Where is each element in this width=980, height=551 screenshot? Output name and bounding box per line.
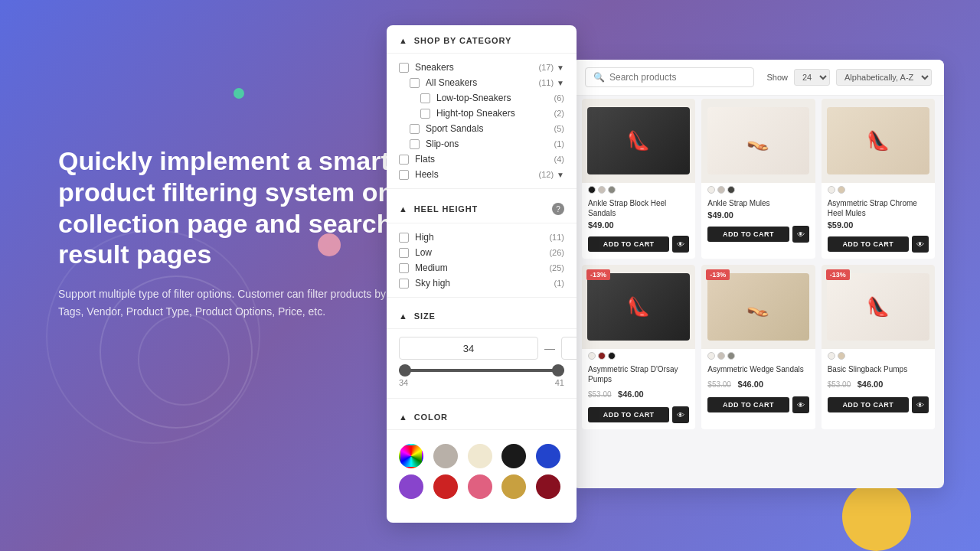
add-to-cart-button[interactable]: ADD TO CART — [588, 236, 669, 252]
color-dot[interactable] — [828, 352, 835, 360]
list-item[interactable]: Flats (4) — [387, 152, 577, 167]
color-swatch-purple[interactable] — [399, 474, 423, 499]
heel-height-section-header[interactable]: ▲ HEEL HEIGHT ? — [387, 192, 577, 223]
quick-view-button[interactable]: 👁 — [912, 396, 929, 413]
size-max-input[interactable] — [561, 337, 577, 360]
list-item[interactable]: Slip-ons (1) — [387, 136, 577, 152]
list-item[interactable]: Sport Sandals (5) — [387, 121, 577, 136]
list-item[interactable]: Sneakers (17) ▼ — [387, 60, 577, 75]
range-label-max: 41 — [555, 378, 564, 387]
list-item[interactable]: High (11) — [387, 230, 577, 245]
color-swatch-blue[interactable] — [536, 444, 560, 468]
color-swatch-red[interactable] — [433, 474, 458, 499]
color-swatch-darkred[interactable] — [536, 474, 560, 499]
add-to-cart-button[interactable]: ADD TO CART — [828, 397, 909, 412]
color-dot[interactable] — [838, 352, 845, 360]
color-swatch-pink[interactable] — [468, 474, 492, 499]
list-item[interactable]: Low-top-Sneakers (6) — [387, 90, 577, 106]
color-section — [387, 430, 577, 510]
search-box[interactable]: 🔍 — [585, 67, 754, 87]
color-dot[interactable] — [727, 352, 735, 360]
color-dot[interactable] — [717, 186, 725, 194]
show-select[interactable]: 24 48 — [794, 69, 830, 86]
color-dot[interactable] — [707, 186, 715, 194]
range-thumb-left[interactable] — [399, 364, 411, 377]
range-thumb-right[interactable] — [552, 364, 564, 377]
color-swatch-cream[interactable] — [468, 444, 492, 468]
range-label-min: 34 — [399, 378, 408, 387]
color-dot[interactable] — [608, 186, 616, 194]
cat-label: Heels — [415, 169, 536, 180]
product-image: 👠 — [582, 99, 695, 183]
add-to-cart-button[interactable]: ADD TO CART — [588, 407, 669, 422]
slipons-checkbox[interactable] — [410, 139, 420, 149]
main-heading: Quickly implement a smart product filter… — [58, 145, 410, 270]
color-dot[interactable] — [588, 352, 596, 360]
help-icon[interactable]: ? — [552, 203, 564, 215]
list-item[interactable]: Sky high (1) — [387, 276, 577, 291]
color-section-header[interactable]: ▲ COLOR — [387, 402, 577, 430]
cat-label: High — [415, 232, 546, 243]
cat-label: Hight-top Sneakers — [436, 108, 551, 119]
size-min-input[interactable] — [399, 337, 538, 360]
cat-label: All Sneakers — [426, 77, 536, 88]
color-dot[interactable] — [598, 352, 606, 360]
hightop-checkbox[interactable] — [420, 109, 430, 119]
all-sneakers-checkbox[interactable] — [410, 78, 420, 88]
product-name: Asymmetric Strap Chrome Heel Mules — [828, 198, 929, 218]
size-dash: — — [544, 342, 555, 354]
add-to-cart-button[interactable]: ADD TO CART — [828, 236, 909, 252]
chevron-down-icon[interactable]: ▼ — [557, 64, 564, 72]
list-item[interactable]: All Sneakers (11) ▼ — [387, 75, 577, 90]
skyhigh-checkbox[interactable] — [399, 279, 409, 289]
color-dot[interactable] — [598, 186, 606, 194]
product-card: -13% 👡 Asymmetric Wedge Sandals $53.00 $… — [701, 265, 815, 429]
color-dot[interactable] — [727, 186, 735, 194]
color-dot[interactable] — [608, 352, 616, 360]
heel-height-list: High (11) Low (26) Medium (25) Sky high … — [387, 223, 577, 294]
low-checkbox[interactable] — [399, 248, 409, 258]
list-item[interactable]: Medium (25) — [387, 260, 577, 276]
sneakers-checkbox[interactable] — [399, 63, 409, 73]
color-swatch-rainbow[interactable] — [399, 444, 423, 468]
chevron-up-icon: ▲ — [399, 36, 408, 45]
cat-label: Low-top-Sneakers — [436, 93, 551, 103]
range-fill — [399, 369, 564, 372]
sport-sandals-checkbox[interactable] — [410, 124, 420, 134]
quick-view-button[interactable]: 👁 — [672, 406, 689, 423]
color-swatch-black[interactable] — [501, 444, 526, 468]
color-swatch-gold[interactable] — [501, 474, 526, 499]
add-to-cart-button[interactable]: ADD TO CART — [707, 397, 789, 412]
color-swatch-gray[interactable] — [433, 444, 458, 468]
heels-checkbox[interactable] — [399, 170, 409, 180]
shoe-visual: 👠 — [587, 273, 689, 341]
quick-view-button[interactable]: 👁 — [672, 236, 689, 253]
list-item[interactable]: Heels (12) ▼ — [387, 167, 577, 182]
list-item[interactable]: Low (26) — [387, 245, 577, 260]
color-dot[interactable] — [588, 186, 596, 194]
chevron-down-icon[interactable]: ▼ — [557, 171, 564, 179]
quick-view-button[interactable]: 👁 — [912, 236, 929, 253]
add-to-cart-button[interactable]: ADD TO CART — [707, 227, 789, 242]
product-image: -13% 👠 — [822, 265, 935, 349]
color-dot[interactable] — [838, 186, 845, 194]
medium-checkbox[interactable] — [399, 263, 409, 273]
flats-checkbox[interactable] — [399, 155, 409, 165]
category-section-header[interactable]: ▲ SHOP BY CATEGORY — [387, 25, 577, 54]
color-dot[interactable] — [828, 186, 835, 194]
lowtop-checkbox[interactable] — [420, 93, 430, 103]
product-badge: -13% — [826, 269, 850, 280]
sort-select[interactable]: Alphabetically, A-Z Price, low to high — [836, 69, 932, 86]
shoe-visual: 👠 — [827, 107, 929, 174]
chevron-up-icon: ▲ — [399, 311, 408, 321]
search-input[interactable] — [609, 72, 746, 83]
color-dot[interactable] — [707, 352, 715, 360]
color-dot[interactable] — [717, 352, 725, 360]
size-section-header[interactable]: ▲ SIZE — [387, 301, 577, 329]
high-checkbox[interactable] — [399, 233, 409, 243]
list-item[interactable]: Hight-top Sneakers (2) — [387, 106, 577, 121]
quick-view-button[interactable]: 👁 — [792, 226, 809, 243]
product-name: Ankle Strap Mules — [707, 198, 808, 208]
quick-view-button[interactable]: 👁 — [792, 396, 809, 413]
chevron-down-icon[interactable]: ▼ — [557, 79, 564, 87]
